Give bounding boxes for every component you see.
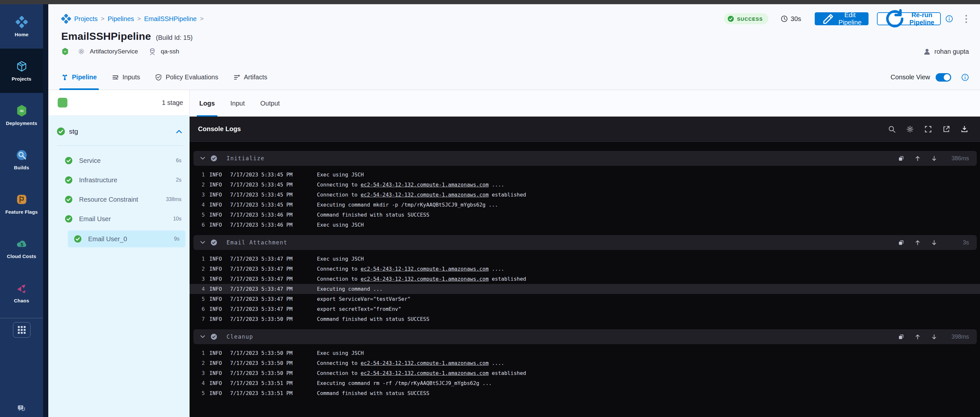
log-host-link[interactable]: ec2-54-243-12-132.compute-1.amazonaws.co… [361, 360, 489, 366]
scroll-to-bottom-icon[interactable] [931, 334, 937, 340]
scroll-to-top-icon[interactable] [915, 239, 921, 246]
copy-logs-icon[interactable] [898, 239, 904, 246]
collapse-stage-chevron-icon[interactable] [176, 130, 182, 134]
log-line-number: 1 [189, 256, 205, 262]
sidebar-item-projects[interactable]: Projects [0, 49, 43, 93]
log-line[interactable]: 3INFO7/17/2023 5:33:45 PMConnection to e… [189, 190, 980, 200]
log-timestamp: 7/17/2023 5:33:50 PM [230, 360, 298, 366]
log-line[interactable]: 3INFO7/17/2023 5:33:47 PMConnection to e… [189, 274, 980, 284]
step-item-infrastructure[interactable]: Infrastructure2s [48, 170, 189, 190]
sidebar-item-home[interactable]: Home [0, 4, 43, 49]
tab-input[interactable]: Input [229, 90, 246, 117]
log-host-link[interactable]: ec2-54-243-12-132.compute-1.amazonaws.co… [361, 266, 489, 272]
scroll-to-bottom-icon[interactable] [931, 155, 937, 162]
log-line[interactable]: 2INFO7/17/2023 5:33:50 PMConnecting to e… [189, 358, 980, 368]
svg-text:∞: ∞ [64, 49, 67, 54]
section-chevron-down-icon[interactable] [200, 241, 205, 244]
breadcrumb-pipelines[interactable]: Pipelines [108, 15, 134, 23]
console-view-info-icon[interactable] [961, 73, 969, 81]
log-section-header[interactable]: Email Attachment3s [194, 235, 977, 250]
breadcrumb-projects[interactable]: Projects [74, 15, 97, 23]
console-toolbar [888, 125, 969, 133]
log-text: Command finished with status SUCCESS [317, 212, 430, 218]
scroll-to-bottom-icon[interactable] [931, 239, 937, 246]
log-line[interactable]: 5INFO7/17/2023 5:33:51 PMCommand finishe… [189, 388, 980, 398]
section-chevron-down-icon[interactable] [200, 335, 205, 338]
log-line[interactable]: 4INFO7/17/2023 5:33:47 PMExecuting comma… [189, 284, 980, 294]
module-grid-button[interactable] [13, 322, 30, 338]
log-message: Connecting to ec2-54-243-12-132.compute-… [317, 266, 504, 272]
log-text: export ServiceVar="testVarSer" [317, 296, 410, 302]
log-host-link[interactable]: ec2-54-243-12-132.compute-1.amazonaws.co… [361, 276, 489, 282]
tab-policy-evaluations[interactable]: Policy Evaluations [155, 65, 218, 90]
step-duration: 9s [174, 236, 180, 242]
log-line[interactable]: 1INFO7/17/2023 5:33:45 PMExec using JSCH [189, 170, 980, 180]
log-line[interactable]: 4INFO7/17/2023 5:33:51 PMExecuting comma… [189, 378, 980, 388]
copy-logs-icon[interactable] [898, 334, 904, 340]
section-chevron-down-icon[interactable] [200, 157, 205, 160]
stage-status-square[interactable] [58, 98, 67, 108]
console-view-label: Console View [891, 73, 930, 81]
success-check-icon [727, 16, 734, 22]
service-name[interactable]: ArtifactoryService [90, 48, 138, 55]
step-item-email-user[interactable]: Email User10s [48, 209, 189, 228]
log-settings-gear-icon[interactable] [906, 125, 914, 133]
log-section-header[interactable]: Cleanup398ms [194, 329, 977, 344]
step-item-email-user-0[interactable]: Email User_09s [68, 230, 185, 247]
log-section-header[interactable]: Initialize386ms [194, 151, 977, 166]
tab-artifacts[interactable]: Artifacts [233, 65, 267, 90]
log-timestamp: 7/17/2023 5:33:45 PM [230, 202, 298, 208]
sidebar-item-feature-flags[interactable]: Feature Flags [0, 182, 43, 226]
tab-inputs[interactable]: Inputs [112, 65, 140, 90]
log-text: .... [489, 266, 504, 272]
sidebar-collapsed-strip [43, 4, 48, 417]
open-in-new-icon[interactable] [942, 125, 950, 133]
fullscreen-icon[interactable] [924, 125, 932, 133]
scroll-to-top-icon[interactable] [915, 334, 921, 340]
log-line[interactable]: 4INFO7/17/2023 5:33:45 PMExecuting comma… [189, 200, 980, 210]
console-view-toggle[interactable] [935, 73, 951, 82]
help-button[interactable]: ? HELP [0, 404, 43, 417]
log-line[interactable]: 6INFO7/17/2023 5:33:47 PMexport secretTe… [189, 304, 980, 314]
log-line[interactable]: 1INFO7/17/2023 5:33:47 PMExec using JSCH [189, 254, 980, 264]
download-icon[interactable] [960, 125, 969, 133]
log-text: Exec using JSCH [317, 222, 364, 228]
sidebar-item-chaos[interactable]: Chaos [0, 270, 43, 315]
step-item-service[interactable]: Service6s [48, 151, 189, 170]
log-timestamp: 7/17/2023 5:33:47 PM [230, 256, 298, 262]
log-line[interactable]: 2INFO7/17/2023 5:33:45 PMConnecting to e… [189, 180, 980, 190]
log-level: INFO [209, 360, 226, 366]
log-line[interactable]: 2INFO7/17/2023 5:33:47 PMConnecting to e… [189, 264, 980, 274]
scroll-to-top-icon[interactable] [915, 155, 921, 162]
step-item-resource-constraint[interactable]: Resource Constraint338ms [48, 190, 189, 209]
breadcrumb-separator: > [200, 15, 204, 22]
log-line[interactable]: 6INFO7/17/2023 5:33:46 PMExec using JSCH [189, 220, 980, 230]
sidebar-item-label: Feature Flags [5, 209, 38, 215]
log-host-link[interactable]: ec2-54-243-12-132.compute-1.amazonaws.co… [361, 370, 489, 376]
log-line[interactable]: 3INFO7/17/2023 5:33:50 PMConnection to e… [189, 368, 980, 378]
infrastructure-name[interactable]: qa-ssh [161, 48, 179, 55]
log-timestamp: 7/17/2023 5:33:47 PM [230, 296, 298, 302]
sidebar-item-cloud-costs[interactable]: $Cloud Costs [0, 226, 43, 270]
stage-item-stg[interactable]: stg [57, 127, 182, 136]
log-line[interactable]: 7INFO7/17/2023 5:33:50 PMCommand finishe… [189, 314, 980, 324]
tab-output[interactable]: Output [259, 90, 281, 117]
tab-pipeline[interactable]: Pipeline [61, 65, 97, 90]
step-name: Email User [79, 215, 111, 223]
rerun-pipeline-button[interactable]: Re-run Pipeline [877, 12, 941, 25]
rerun-info-icon[interactable] [945, 15, 953, 23]
section-success-icon [211, 333, 217, 340]
log-host-link[interactable]: ec2-54-243-12-132.compute-1.amazonaws.co… [361, 192, 489, 198]
edit-pipeline-button[interactable]: Edit Pipeline [815, 12, 869, 25]
copy-logs-icon[interactable] [898, 155, 904, 162]
log-host-link[interactable]: ec2-54-243-12-132.compute-1.amazonaws.co… [361, 182, 489, 188]
log-line[interactable]: 5INFO7/17/2023 5:33:47 PMexport ServiceV… [189, 294, 980, 304]
more-options-menu[interactable] [964, 13, 969, 25]
sidebar-item-deployments[interactable]: ∞Deployments [0, 93, 43, 137]
breadcrumb-pipeline-name[interactable]: EmailSSHPipeline [144, 15, 197, 23]
log-line[interactable]: 5INFO7/17/2023 5:33:46 PMCommand finishe… [189, 210, 980, 220]
log-line[interactable]: 1INFO7/17/2023 5:33:50 PMExec using JSCH [189, 348, 980, 358]
sidebar-item-builds[interactable]: Builds [0, 137, 43, 182]
search-icon[interactable] [888, 125, 896, 133]
tab-logs[interactable]: Logs [198, 90, 216, 117]
